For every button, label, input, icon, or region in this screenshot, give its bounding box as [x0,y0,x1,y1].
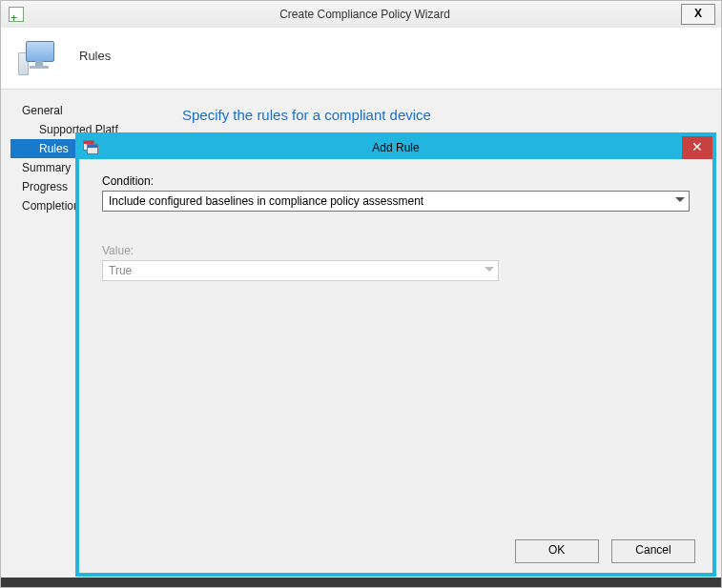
wizard-header-label: Rules [79,49,111,63]
wizard-titlebar: Create Compliance Policy Wizard X [1,1,721,29]
wizard-title: Create Compliance Policy Wizard [279,1,450,28]
dialog-button-row: OK Cancel [505,539,695,563]
condition-dropdown-value: Include configured baselines in complian… [109,194,423,208]
dialog-close-button[interactable]: ✕ [682,136,712,159]
chevron-down-icon [485,265,494,274]
dialog-title: Add Rule [372,141,419,154]
wizard-close-button[interactable]: X [681,4,715,25]
wizard-header: Rules [1,28,721,90]
wizard-footer-bar [1,578,721,587]
cancel-button[interactable]: Cancel [611,539,695,563]
value-dropdown: True [102,260,499,281]
wizard-content-heading: Specify the rules for a compliant device [182,107,431,123]
nav-item-general[interactable]: General [10,101,161,120]
dialog-form-icon [83,140,98,155]
dialog-body: Condition: Include configured baselines … [79,159,712,535]
wizard-window: Create Compliance Policy Wizard X Rules … [0,0,722,588]
chevron-down-icon [675,195,685,205]
ok-button[interactable]: OK [515,539,599,563]
value-dropdown-value: True [109,264,132,277]
wizard-icon [9,7,24,22]
condition-dropdown[interactable]: Include configured baselines in complian… [102,191,690,212]
value-label: Value: [102,244,499,257]
add-rule-dialog: Add Rule ✕ Condition: Include configured… [75,132,716,577]
computer-icon [18,37,62,77]
dialog-titlebar[interactable]: Add Rule ✕ [79,136,712,159]
condition-label: Condition: [102,174,690,188]
